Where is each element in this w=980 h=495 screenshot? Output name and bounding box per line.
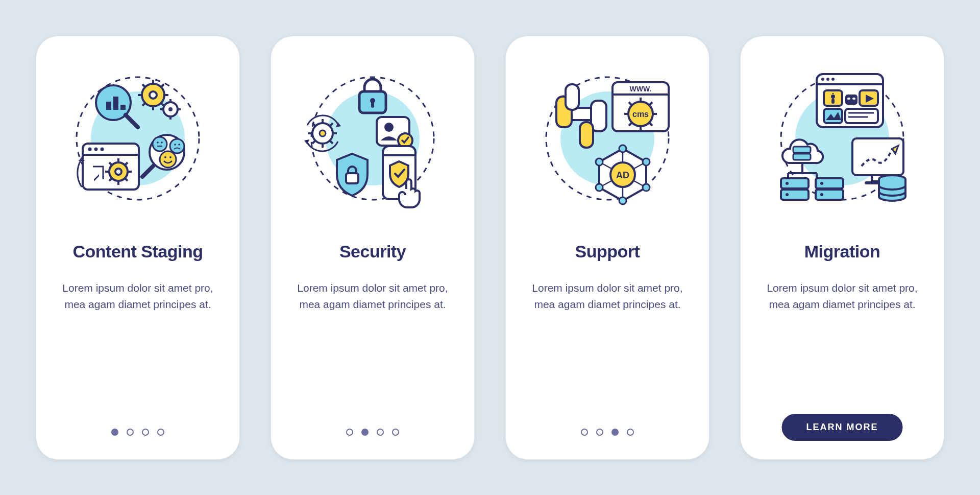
svg-rect-124 xyxy=(793,154,811,160)
svg-point-34 xyxy=(168,107,173,111)
svg-point-46 xyxy=(174,144,176,146)
svg-point-108 xyxy=(826,78,829,81)
svg-point-8 xyxy=(115,169,121,175)
svg-rect-120 xyxy=(845,109,878,123)
svg-line-67 xyxy=(312,140,315,144)
svg-point-45 xyxy=(170,139,184,153)
svg-rect-71 xyxy=(346,173,358,183)
shield-lock-icon xyxy=(337,154,368,196)
illustration-migration: i xyxy=(771,67,914,210)
cms-label: cms xyxy=(632,110,649,119)
card-title: Content Staging xyxy=(72,242,203,262)
svg-point-97 xyxy=(643,158,650,166)
dot-4[interactable] xyxy=(627,429,634,436)
card-description: Lorem ipsum dolor sit amet pro, mea agam… xyxy=(526,280,689,313)
svg-rect-90 xyxy=(566,84,579,110)
cms-window-icon: WWW. cms xyxy=(612,82,669,131)
dot-1[interactable] xyxy=(346,429,353,436)
svg-rect-113 xyxy=(845,95,857,105)
gear-refresh-icon xyxy=(304,115,341,151)
pagination-dots xyxy=(36,429,239,436)
svg-point-48 xyxy=(160,151,176,168)
svg-point-50 xyxy=(169,156,172,158)
card-description: Lorem ipsum dolor sit amet pro, mea agam… xyxy=(761,280,923,313)
svg-point-49 xyxy=(164,156,166,158)
svg-rect-55 xyxy=(371,102,374,108)
learn-more-button[interactable]: LEARN MORE xyxy=(782,414,903,441)
illustration-content-staging xyxy=(66,67,209,210)
svg-rect-129 xyxy=(781,178,808,188)
dot-3[interactable] xyxy=(611,429,619,436)
dot-1[interactable] xyxy=(581,429,588,436)
onboarding-stage: Content Staging Lorem ipsum dolor sit am… xyxy=(0,0,980,495)
dot-2[interactable] xyxy=(127,429,134,436)
svg-rect-133 xyxy=(816,178,843,188)
svg-point-98 xyxy=(643,184,650,191)
svg-rect-134 xyxy=(816,190,843,200)
svg-rect-91 xyxy=(580,122,593,148)
svg-point-107 xyxy=(821,78,824,81)
svg-point-4 xyxy=(88,147,92,151)
svg-point-109 xyxy=(831,78,835,81)
svg-point-5 xyxy=(94,147,98,151)
pagination-dots xyxy=(506,429,709,436)
svg-point-100 xyxy=(596,184,603,191)
database-icon xyxy=(879,175,905,201)
card-support: WWW. cms xyxy=(505,36,709,460)
card-description: Lorem ipsum dolor sit amet pro, mea agam… xyxy=(291,280,454,313)
svg-point-136 xyxy=(820,193,823,196)
svg-rect-20 xyxy=(106,102,111,110)
dot-1[interactable] xyxy=(111,429,118,436)
card-description: Lorem ipsum dolor sit amet pro, mea agam… xyxy=(57,280,219,313)
server-icon xyxy=(816,178,843,200)
svg-point-131 xyxy=(786,182,789,185)
svg-point-60 xyxy=(320,130,326,136)
svg-point-132 xyxy=(786,193,789,196)
card-security: Security Lorem ipsum dolor sit amet pro,… xyxy=(271,36,475,460)
svg-point-57 xyxy=(384,123,394,132)
svg-rect-137 xyxy=(852,138,903,175)
svg-rect-115 xyxy=(852,98,855,100)
phone-shield-icon xyxy=(383,146,420,207)
card-title: Security xyxy=(339,242,406,262)
card-content-staging: Content Staging Lorem ipsum dolor sit am… xyxy=(36,36,240,460)
card-title: Migration xyxy=(804,242,880,262)
dot-3[interactable] xyxy=(142,429,149,436)
illustration-support: WWW. cms xyxy=(536,67,679,210)
server-icon xyxy=(781,178,808,200)
dot-4[interactable] xyxy=(157,429,164,436)
user-check-icon xyxy=(377,117,412,148)
card-migration: i xyxy=(740,36,944,460)
svg-point-41 xyxy=(153,137,167,151)
illustration-security xyxy=(301,67,444,210)
svg-point-6 xyxy=(101,147,104,151)
svg-line-32 xyxy=(161,84,164,87)
svg-point-135 xyxy=(820,182,823,185)
dot-4[interactable] xyxy=(392,429,399,436)
dot-2[interactable] xyxy=(361,429,369,436)
svg-rect-21 xyxy=(113,97,118,110)
svg-rect-114 xyxy=(847,98,850,100)
dot-2[interactable] xyxy=(596,429,603,436)
svg-line-29 xyxy=(142,84,145,87)
svg-point-101 xyxy=(596,158,603,166)
card-title: Support xyxy=(575,242,640,262)
svg-point-24 xyxy=(150,91,157,99)
svg-rect-22 xyxy=(120,105,126,110)
svg-point-99 xyxy=(619,197,626,204)
media-window-icon: i xyxy=(817,74,883,127)
svg-point-43 xyxy=(161,142,163,144)
dot-3[interactable] xyxy=(377,429,384,436)
svg-point-96 xyxy=(619,145,626,152)
svg-point-42 xyxy=(157,142,159,144)
pagination-dots xyxy=(271,429,474,436)
svg-point-47 xyxy=(178,144,180,146)
svg-rect-123 xyxy=(793,147,811,153)
padlock-icon xyxy=(359,79,386,113)
svg-rect-130 xyxy=(781,190,808,200)
www-label: WWW. xyxy=(630,85,652,93)
ad-label: AD xyxy=(616,170,629,180)
info-icon-label: i xyxy=(831,91,834,102)
